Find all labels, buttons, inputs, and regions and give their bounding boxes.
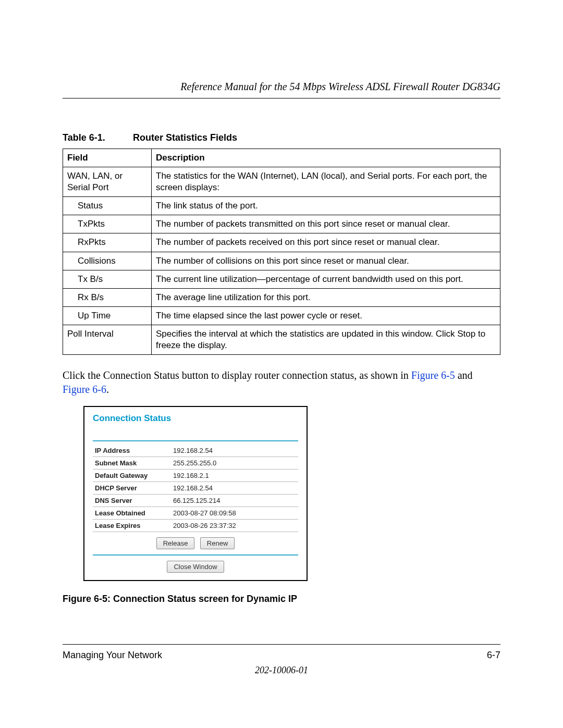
- table-row: Poll IntervalSpecifies the interval at w…: [63, 325, 500, 354]
- body-post: .: [106, 384, 109, 395]
- cs-row: DHCP Server192.168.2.54: [93, 482, 298, 495]
- header-rule: [63, 98, 500, 98]
- router-statistics-fields-table: Field Description WAN, LAN, or Serial Po…: [63, 149, 500, 355]
- field-cell: WAN, LAN, or Serial Port: [63, 167, 152, 197]
- cs-button-row-2: Close Window: [90, 561, 301, 573]
- release-button[interactable]: Release: [156, 537, 195, 549]
- figure-caption: Figure 6-5: Connection Status screen for…: [63, 594, 500, 604]
- cs-key: DHCP Server: [93, 482, 171, 495]
- description-cell: The link status of the port.: [152, 197, 500, 215]
- page-footer: Managing Your Network 6-7 202-10006-01: [63, 644, 500, 676]
- cs-row: Lease Obtained2003-08-27 08:09:58: [93, 507, 298, 520]
- renew-button[interactable]: Renew: [200, 537, 235, 549]
- field-cell: Rx B/s: [63, 288, 152, 306]
- cs-value: 192.168.2.54: [171, 482, 298, 495]
- cs-value: 2003-08-26 23:37:32: [171, 520, 298, 532]
- footer-rule: [63, 644, 500, 645]
- cs-key: Subnet Mask: [93, 457, 171, 470]
- cs-rule-bottom: [93, 554, 298, 556]
- cs-row: IP Address192.168.2.54: [93, 445, 298, 457]
- xref-figure-6-5[interactable]: Figure 6-5: [411, 369, 455, 381]
- table-row: StatusThe link status of the port.: [63, 197, 500, 215]
- description-cell: The number of packets received on this p…: [152, 233, 500, 252]
- cs-row: DNS Server66.125.125.214: [93, 495, 298, 507]
- description-cell: The average line utilization for this po…: [152, 288, 500, 306]
- footer-doc-number: 202-10006-01: [63, 665, 500, 676]
- xref-figure-6-6[interactable]: Figure 6-6: [63, 384, 106, 395]
- cs-value: 192.168.2.54: [171, 445, 298, 457]
- cs-value: 192.168.2.1: [171, 470, 298, 482]
- running-head: Reference Manual for the 54 Mbps Wireles…: [63, 81, 500, 93]
- body-mid: and: [455, 369, 473, 381]
- table-row: Tx B/sThe current line utilization—perce…: [63, 270, 500, 288]
- cs-value: 2003-08-27 08:09:58: [171, 507, 298, 520]
- cs-value: 255.255.255.0: [171, 457, 298, 470]
- field-cell: Status: [63, 197, 152, 215]
- table-row: CollisionsThe number of collisions on th…: [63, 252, 500, 270]
- table-caption: Table 6-1. Router Statistics Fields: [63, 132, 500, 143]
- cs-row: Subnet Mask255.255.255.0: [93, 457, 298, 470]
- description-cell: Specifies the interval at which the stat…: [152, 325, 500, 354]
- description-cell: The statistics for the WAN (Internet), L…: [152, 167, 500, 197]
- description-cell: The number of packets transmitted on thi…: [152, 215, 500, 233]
- cs-key: Default Gateway: [93, 470, 171, 482]
- table-row: WAN, LAN, or Serial PortThe statistics f…: [63, 167, 500, 197]
- table-title: Router Statistics Fields: [133, 132, 237, 143]
- cs-key: Lease Expires: [93, 520, 171, 532]
- col-field: Field: [63, 149, 152, 167]
- field-cell: Collisions: [63, 252, 152, 270]
- cs-row: Default Gateway192.168.2.1: [93, 470, 298, 482]
- field-cell: Up Time: [63, 306, 152, 325]
- cs-key: IP Address: [93, 445, 171, 457]
- table-row: Rx B/sThe average line utilization for t…: [63, 288, 500, 306]
- col-description: Description: [152, 149, 500, 167]
- cs-key: Lease Obtained: [93, 507, 171, 520]
- table-row: RxPktsThe number of packets received on …: [63, 233, 500, 252]
- close-window-button[interactable]: Close Window: [167, 561, 224, 573]
- field-cell: RxPkts: [63, 233, 152, 252]
- table-row: Up TimeThe time elapsed since the last p…: [63, 306, 500, 325]
- body-paragraph: Click the Connection Status button to di…: [63, 368, 500, 397]
- connection-status-table: IP Address192.168.2.54Subnet Mask255.255…: [93, 445, 298, 532]
- connection-status-figure: Connection Status IP Address192.168.2.54…: [83, 406, 308, 581]
- description-cell: The number of collisions on this port si…: [152, 252, 500, 270]
- field-cell: TxPkts: [63, 215, 152, 233]
- description-cell: The time elapsed since the last power cy…: [152, 306, 500, 325]
- description-cell: The current line utilization—percentage …: [152, 270, 500, 288]
- cs-key: DNS Server: [93, 495, 171, 507]
- cs-rule-top: [93, 440, 298, 441]
- table-row: TxPktsThe number of packets transmitted …: [63, 215, 500, 233]
- cs-value: 66.125.125.214: [171, 495, 298, 507]
- footer-section: Managing Your Network: [63, 650, 162, 661]
- connection-status-title: Connection Status: [90, 411, 301, 426]
- table-label: Table 6-1.: [63, 132, 130, 143]
- footer-page-number: 6-7: [487, 650, 500, 661]
- field-cell: Tx B/s: [63, 270, 152, 288]
- cs-button-row-1: Release Renew: [90, 537, 301, 549]
- body-pre: Click the Connection Status button to di…: [63, 369, 411, 381]
- field-cell: Poll Interval: [63, 325, 152, 354]
- cs-row: Lease Expires2003-08-26 23:37:32: [93, 520, 298, 532]
